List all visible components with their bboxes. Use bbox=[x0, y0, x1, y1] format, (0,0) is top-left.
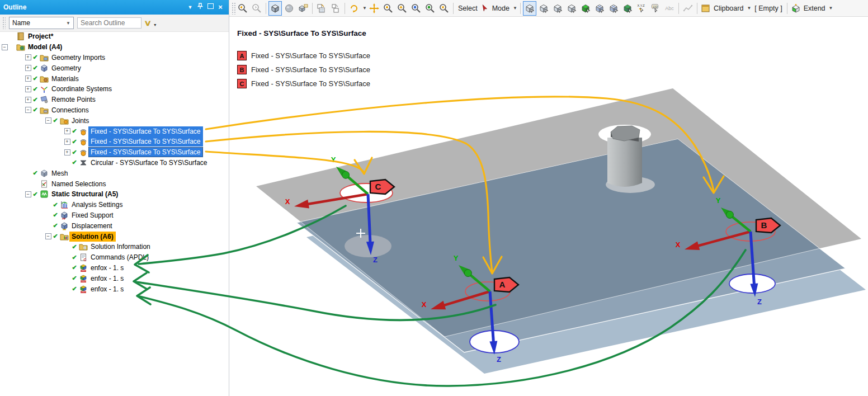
selection-filter-cube-icon[interactable] bbox=[607, 1, 620, 16]
tree-item-circular-sys-surface-to-sys-surface[interactable]: ✔Circular - SYS\Surface To SYS\Surface bbox=[0, 158, 229, 168]
filter-field-select[interactable]: Name ▼ bbox=[9, 17, 74, 29]
tree-expander-icon[interactable]: + bbox=[25, 65, 31, 71]
geometry-icon bbox=[39, 64, 49, 73]
tree-item-geometry-imports[interactable]: +✔Geometry Imports bbox=[0, 53, 229, 63]
model-display-icon[interactable] bbox=[296, 1, 310, 16]
remote-icon bbox=[39, 95, 49, 104]
rotate-view-icon[interactable] bbox=[347, 1, 361, 16]
tree-expander-icon[interactable]: + bbox=[25, 86, 31, 92]
tree-item-fixed-sys-surface-to-sys-surface[interactable]: +✔Fixed - SYS\Surface To SYS\Surface bbox=[0, 136, 229, 147]
tree-item-label: Static Structural (A5) bbox=[49, 189, 120, 199]
magnifier-zoom-icon[interactable] bbox=[423, 1, 437, 16]
new-section-plane-icon[interactable] bbox=[315, 1, 328, 16]
tree-item-fixed-support[interactable]: ✔Fixed Support bbox=[0, 210, 229, 221]
pin-icon[interactable] bbox=[195, 0, 205, 15]
tree-expander-icon[interactable]: − bbox=[25, 107, 31, 113]
selection-filter-cube-icon[interactable] bbox=[593, 1, 606, 16]
tree-expander-icon[interactable]: − bbox=[1, 44, 8, 50]
selection-filter-cube-icon[interactable] bbox=[565, 1, 578, 16]
close-icon[interactable]: × bbox=[215, 0, 225, 15]
tree-item-commands-apdl[interactable]: ✔CCommands (APDL) bbox=[0, 252, 229, 263]
tree-expander-icon[interactable]: + bbox=[25, 54, 31, 60]
annotation-text-icon[interactable]: Abc bbox=[663, 1, 676, 16]
tree-item-enfox-1-s[interactable]: ✔USERenfox - 1. s bbox=[0, 273, 229, 284]
maximize-icon[interactable] bbox=[205, 0, 215, 15]
mode-dropdown-button[interactable]: Mode▼ bbox=[480, 1, 518, 16]
tree-item-label: enfox - 1. s bbox=[88, 274, 126, 284]
tree-item-label: Remote Points bbox=[49, 95, 98, 105]
tree-expander-icon[interactable]: + bbox=[64, 128, 70, 134]
tree-item-connections[interactable]: −✔Connections bbox=[0, 105, 229, 116]
tree-item-analysis-settings[interactable]: ✔Analysis Settings bbox=[0, 200, 229, 210]
magnifier-zoom-icon[interactable] bbox=[409, 1, 423, 16]
tree-item-geometry[interactable]: +✔Geometry bbox=[0, 63, 229, 73]
tree-expander-icon[interactable]: + bbox=[25, 97, 31, 103]
toolbar-separator bbox=[678, 3, 679, 14]
search-options-caret-icon[interactable]: ▾ bbox=[154, 22, 156, 27]
tree-item-label: Named Selections bbox=[49, 179, 108, 189]
check-icon: ✔ bbox=[51, 201, 59, 209]
tree-item-fixed-sys-surface-to-sys-surface[interactable]: +✔Fixed - SYS\Surface To SYS\Surface bbox=[0, 126, 229, 136]
tree-item-enfox-1-s[interactable]: ✔USERenfox - 1. s bbox=[0, 263, 229, 274]
selection-filter-cube-icon[interactable] bbox=[579, 1, 592, 16]
label-pick-icon[interactable]: 100 bbox=[649, 1, 662, 16]
tree-item-solution-information[interactable]: ✔iSolution Information bbox=[0, 242, 229, 252]
tree-item-named-selections[interactable]: Named Selections bbox=[0, 178, 229, 189]
legend-item: C Fixed - SYS\Surface To SYS\Surface bbox=[237, 79, 370, 88]
panel-menu-caret-icon[interactable]: ▼ bbox=[185, 0, 195, 15]
chevron-down-icon: ▼ bbox=[747, 6, 751, 11]
tree-item-project[interactable]: Project* bbox=[0, 31, 229, 42]
selection-filter-cube-icon[interactable] bbox=[523, 1, 536, 16]
tree-expander-icon[interactable]: + bbox=[64, 149, 70, 155]
outline-panel-header: Outline ▼ × bbox=[0, 0, 229, 15]
svg-text:USER: USER bbox=[81, 270, 86, 272]
tree-item-solution-a6[interactable]: −✔Solution (A6) bbox=[0, 231, 229, 242]
selection-filter-cube-icon[interactable] bbox=[551, 1, 564, 16]
outline-filter-bar: Name ▼ ∨ ▾ bbox=[0, 15, 229, 32]
tree-item-coordinate-systems[interactable]: +✔Coordinate Systems bbox=[0, 84, 229, 95]
pan-view-icon[interactable] bbox=[367, 1, 381, 16]
magnifier-zoom-icon[interactable] bbox=[236, 1, 249, 16]
extend-dropdown-button[interactable]: Extend▼ bbox=[790, 1, 834, 16]
tree-item-mesh[interactable]: ✔Mesh bbox=[0, 168, 229, 178]
tree-expander-icon[interactable]: + bbox=[25, 76, 31, 82]
tree-expander-icon[interactable]: − bbox=[25, 191, 31, 197]
tree-item-materials[interactable]: +✔Materials bbox=[0, 73, 229, 84]
tree-item-static-structural-a5[interactable]: −✔Static Structural (A5) bbox=[0, 189, 229, 200]
tree-item-displacement[interactable]: ✔Displacement bbox=[0, 220, 229, 231]
select-button[interactable]: Select bbox=[456, 4, 480, 12]
clipboard-dropdown-button[interactable]: Clipboard▼ bbox=[700, 1, 752, 16]
filter-grip-handle[interactable] bbox=[2, 17, 6, 29]
coordinate-pick-icon[interactable]: X.Y.Z bbox=[635, 1, 648, 16]
toolbar-grip-handle[interactable] bbox=[232, 2, 235, 15]
tree-expander-icon[interactable]: − bbox=[45, 117, 51, 124]
model-icon bbox=[16, 43, 26, 51]
tree-item-fixed-sys-surface-to-sys-surface[interactable]: +✔Fixed - SYS\Surface To SYS\Surface bbox=[0, 147, 229, 158]
tree-item-enfox-1-s[interactable]: ✔USERenfox - 1. s bbox=[0, 284, 229, 294]
folder_geo-icon bbox=[39, 53, 49, 62]
search-expand-chevron-icon[interactable]: ∨ bbox=[144, 18, 152, 27]
selection-filter-cube-icon[interactable] bbox=[621, 1, 634, 16]
magnifier-zoom-icon[interactable] bbox=[381, 1, 395, 16]
search-input[interactable] bbox=[77, 17, 141, 29]
tree-item-label: Coordinate Systems bbox=[49, 84, 114, 94]
magnifier-zoom-icon[interactable] bbox=[250, 1, 263, 16]
extend-label: Extend bbox=[801, 4, 828, 12]
chart-icon[interactable] bbox=[681, 1, 695, 16]
shaded-view-icon[interactable] bbox=[268, 1, 282, 16]
tree-item-model-a4[interactable]: −Model (A4) bbox=[0, 42, 229, 53]
check-icon: ✔ bbox=[70, 275, 78, 282]
tree-expander-icon[interactable]: − bbox=[45, 233, 51, 239]
wireframe-sphere-icon[interactable] bbox=[282, 1, 296, 16]
check-icon: ✔ bbox=[70, 149, 78, 156]
magnifier-zoom-icon[interactable] bbox=[437, 1, 451, 16]
rotate-options-caret-icon[interactable]: ▼ bbox=[362, 6, 367, 11]
magnifier-zoom-icon[interactable] bbox=[395, 1, 409, 16]
tree-item-joints[interactable]: −✔Joints bbox=[0, 115, 229, 126]
legend-label: Fixed - SYS\Surface To SYS\Surface bbox=[251, 65, 370, 74]
tree-item-remote-points[interactable]: +✔Remote Points bbox=[0, 95, 229, 105]
selection-filter-cube-icon[interactable] bbox=[537, 1, 550, 16]
tree-expander-icon[interactable]: + bbox=[64, 139, 70, 145]
section-plane-icon[interactable] bbox=[329, 1, 342, 16]
toolbar-separator bbox=[453, 3, 454, 14]
